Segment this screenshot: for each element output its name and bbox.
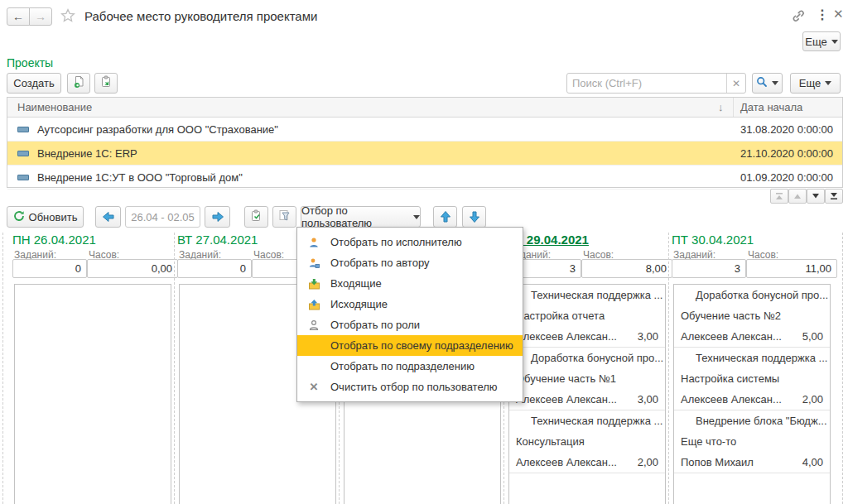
hours-field[interactable]: 8,00 bbox=[581, 259, 672, 278]
task-assignee: Алексеев Алексан... bbox=[681, 330, 782, 343]
no-icon bbox=[307, 339, 320, 353]
scroll-last-button[interactable] bbox=[825, 189, 843, 204]
task-hours: 3,00 bbox=[638, 330, 658, 343]
menu-item[interactable]: Отобрать по исполнителю bbox=[297, 232, 523, 252]
task-name: Настройка отчета bbox=[509, 305, 665, 326]
task-hours: 4,00 bbox=[802, 456, 823, 468]
tasks-count-field[interactable]: 0 bbox=[12, 259, 87, 278]
table-header[interactable]: Наименование ↓ Дата начала bbox=[7, 98, 842, 118]
menu-item[interactable]: Отобрать по своему подразделению bbox=[297, 335, 523, 356]
task-card[interactable]: Внедрение блока "Бюдж...Еще что-тоПопов … bbox=[674, 410, 830, 473]
project-item-icon bbox=[17, 127, 29, 132]
task-assignee-row: Попов Михаил4,00 bbox=[674, 452, 830, 473]
task-project-name: Техническая поддержка ... bbox=[509, 285, 665, 305]
task-project-name: Техническая поддержка ... bbox=[674, 348, 830, 368]
task-hours: 3,00 bbox=[638, 393, 658, 406]
search-options-button[interactable] bbox=[752, 73, 783, 94]
move-up-button[interactable] bbox=[433, 206, 457, 228]
forward-button[interactable]: → bbox=[29, 7, 52, 26]
form-more-button[interactable]: Еще bbox=[802, 31, 841, 51]
project-item-icon bbox=[17, 175, 29, 180]
scroll-first-button[interactable] bbox=[770, 189, 788, 204]
task-card[interactable]: Доработка бонусной про...Обучение часть … bbox=[509, 348, 665, 410]
sort-desc-icon: ↓ bbox=[718, 101, 724, 113]
author-icon bbox=[307, 257, 320, 270]
menu-item[interactable]: Входящие bbox=[297, 273, 523, 294]
executor-icon bbox=[307, 236, 320, 249]
column-divider bbox=[733, 98, 734, 117]
refresh-button[interactable]: Обновить bbox=[7, 206, 84, 228]
project-item-icon bbox=[17, 151, 29, 156]
task-card[interactable]: Техническая поддержка ...Настройка систе… bbox=[674, 348, 830, 410]
scroll-up-button[interactable] bbox=[788, 189, 807, 204]
refresh-label: Обновить bbox=[29, 211, 78, 223]
day-task-list[interactable]: Доработка бонусной про...Обучение часть … bbox=[673, 284, 831, 504]
user-filter-menu: Отобрать по исполнителюОтобрать по автор… bbox=[296, 227, 523, 402]
menu-item[interactable]: Отобрать по роли bbox=[297, 314, 523, 335]
task-name: Обучение часть №1 bbox=[509, 368, 665, 389]
hours-field[interactable]: 0,00 bbox=[87, 259, 178, 278]
project-name: Внедрение 1С: ERP bbox=[37, 147, 842, 160]
task-assignee: Алексеев Алексан... bbox=[516, 330, 617, 343]
kebab-menu-icon[interactable]: ⋮ bbox=[816, 7, 829, 22]
task-card[interactable]: Доработка бонусной про...Обучение часть … bbox=[674, 285, 830, 348]
filter-settings-button[interactable] bbox=[272, 206, 296, 228]
next-period-button[interactable] bbox=[205, 206, 230, 228]
tasks-count-field[interactable]: 0 bbox=[177, 259, 252, 278]
tasks-count-field[interactable]: 3 bbox=[672, 259, 746, 278]
get-link-icon[interactable] bbox=[791, 8, 806, 26]
task-card[interactable]: Техническая поддержка ...Настройка отчет… bbox=[509, 285, 665, 348]
tasks-clipboard-button[interactable] bbox=[244, 206, 268, 228]
day-column-title: ВТ 27.04.2021 bbox=[177, 233, 258, 247]
magnifier-icon bbox=[756, 76, 768, 90]
user-filter-dropdown-button[interactable]: Отбор по пользователю bbox=[301, 206, 421, 228]
role-icon bbox=[307, 319, 320, 332]
menu-item[interactable]: Отобрать по автору bbox=[297, 252, 523, 273]
task-card[interactable]: Техническая поддержка ...КонсультацияАле… bbox=[509, 410, 665, 473]
search-input[interactable] bbox=[567, 77, 726, 89]
table-row[interactable]: Внедрение 1С: ERP21.10.2020 0:00:00 bbox=[7, 142, 842, 166]
form-more-label: Еще bbox=[805, 36, 826, 48]
move-down-button[interactable] bbox=[462, 206, 486, 228]
period-field[interactable]: 26.04 - 02.05 bbox=[125, 206, 200, 228]
clipboard-button[interactable] bbox=[94, 73, 118, 94]
create-button[interactable]: Создать bbox=[7, 73, 61, 94]
chevron-down-icon bbox=[413, 215, 420, 219]
search-clear-icon[interactable]: ✕ bbox=[726, 74, 745, 93]
close-icon[interactable]: ✕ bbox=[833, 7, 844, 22]
user-filter-label: Отбор по пользователю bbox=[301, 204, 409, 229]
column-header-date[interactable]: Дата начала bbox=[740, 101, 802, 113]
task-hours: 5,00 bbox=[802, 330, 823, 343]
copy-document-icon bbox=[73, 75, 85, 91]
menu-item-label: Очистить отбор по пользователю bbox=[330, 381, 498, 393]
task-assignee: Алексеев Алексан... bbox=[516, 393, 617, 406]
scroll-down-button[interactable] bbox=[807, 189, 825, 204]
day-task-list[interactable] bbox=[14, 284, 171, 504]
back-button[interactable]: ← bbox=[7, 7, 30, 26]
day-column-title: ПН 26.04.2021 bbox=[12, 233, 96, 247]
column-header-name[interactable]: Наименование bbox=[17, 101, 92, 113]
day-column-title: ПТ 30.04.2021 bbox=[672, 233, 754, 247]
prev-period-button[interactable] bbox=[95, 206, 121, 228]
favorite-star-icon[interactable] bbox=[60, 7, 76, 26]
clear-icon: ✕ bbox=[307, 381, 320, 394]
task-assignee-row: Алексеев Алексан...3,00 bbox=[509, 389, 665, 410]
hours-field[interactable]: 11,00 bbox=[746, 259, 837, 278]
day-task-list[interactable]: Техническая поддержка ...Настройка отчет… bbox=[508, 284, 666, 504]
create-by-copy-button[interactable] bbox=[67, 73, 90, 94]
menu-item[interactable]: Отобрать по подразделению bbox=[297, 356, 523, 377]
task-name: Обучение часть №2 bbox=[674, 305, 830, 326]
menu-item[interactable]: Исходящие bbox=[297, 294, 523, 314]
list-more-button[interactable]: Еще bbox=[790, 73, 841, 94]
menu-item[interactable]: ✕Очистить отбор по пользователю bbox=[297, 377, 523, 397]
project-start-date: 31.08.2020 0:00:00 bbox=[740, 123, 836, 136]
projects-table: Наименование ↓ Дата начала Аутсорсинг ра… bbox=[7, 97, 843, 188]
forward-icon: → bbox=[35, 10, 46, 23]
menu-item-label: Отобрать по автору bbox=[330, 257, 429, 269]
table-row[interactable]: Внедрение 1С:УТ в ООО "Торговый дом"01.0… bbox=[7, 166, 842, 190]
inbox-icon bbox=[307, 277, 320, 290]
menu-item-label: Отобрать по исполнителю bbox=[330, 236, 462, 248]
outbox-icon bbox=[307, 298, 320, 311]
table-row[interactable]: Аутсорсинг разработки для ООО "Страхован… bbox=[7, 118, 842, 142]
projects-section-title: Проекты bbox=[7, 56, 53, 70]
